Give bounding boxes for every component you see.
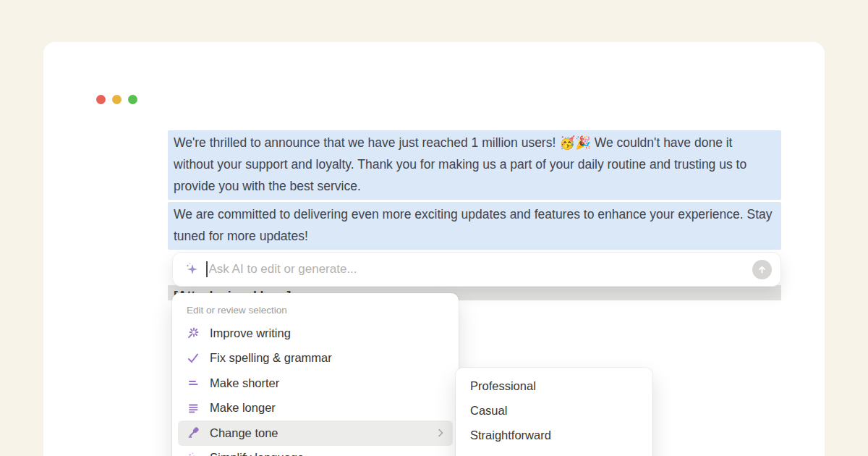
submenu-item-label: Casual <box>470 404 639 418</box>
menu-item-make-shorter[interactable]: Make shorter <box>178 371 453 396</box>
menu-item-label: Improve writing <box>210 326 446 340</box>
submenu-item-confident[interactable]: Confident <box>461 448 647 456</box>
close-button[interactable] <box>96 95 106 104</box>
sparkles-icon <box>184 262 199 276</box>
ai-input-placeholder[interactable]: Ask AI to edit or generate... <box>209 262 753 276</box>
selected-paragraph-2: We are committed to delivering even more… <box>168 202 781 250</box>
ai-prompt-bar[interactable]: Ask AI to edit or generate... <box>172 252 781 287</box>
menu-item-label: Simplify language <box>210 451 446 456</box>
text-cursor <box>206 261 208 277</box>
submenu-item-label: Straightforward <box>470 428 639 442</box>
zoom-button[interactable] <box>128 95 137 104</box>
app-window: We're thrilled to announce that we have … <box>43 42 825 456</box>
microphone-icon <box>187 426 200 439</box>
menu-item-improve-writing[interactable]: Improve writing <box>178 321 453 346</box>
make-longer-icon <box>187 402 200 415</box>
check-icon <box>187 352 200 365</box>
menu-item-fix-spelling[interactable]: Fix spelling & grammar <box>178 346 453 371</box>
make-shorter-icon <box>187 376 200 389</box>
menu-item-label: Fix spelling & grammar <box>210 351 446 365</box>
menu-item-label: Change tone <box>210 426 435 440</box>
ai-edit-menu: Edit or review selection Impro <box>172 293 459 456</box>
submenu-item-professional[interactable]: Professional <box>461 373 647 398</box>
selected-paragraph-1: We're thrilled to announce that we have … <box>168 130 781 200</box>
sparkle-icon <box>187 452 200 456</box>
menu-item-make-longer[interactable]: Make longer <box>178 396 453 421</box>
menu-item-change-tone[interactable]: Change tone <box>178 421 453 446</box>
chevron-right-icon <box>435 428 446 438</box>
menu-item-label: Make shorter <box>210 376 446 390</box>
menu-item-simplify-language[interactable]: Simplify language <box>178 446 453 456</box>
send-button[interactable] <box>752 260 772 279</box>
submenu-item-label: Professional <box>470 379 639 393</box>
menu-item-label: Make longer <box>210 401 446 415</box>
submenu-item-casual[interactable]: Casual <box>461 398 647 423</box>
arrow-up-icon <box>757 264 767 275</box>
submenu-item-straightforward[interactable]: Straightforward <box>461 423 647 448</box>
improve-writing-icon <box>187 326 200 339</box>
change-tone-submenu: Professional Casual Straightforward Conf… <box>456 368 652 456</box>
window-controls <box>96 95 137 104</box>
menu-section-header: Edit or review selection <box>178 299 453 321</box>
minimize-button[interactable] <box>112 95 122 104</box>
